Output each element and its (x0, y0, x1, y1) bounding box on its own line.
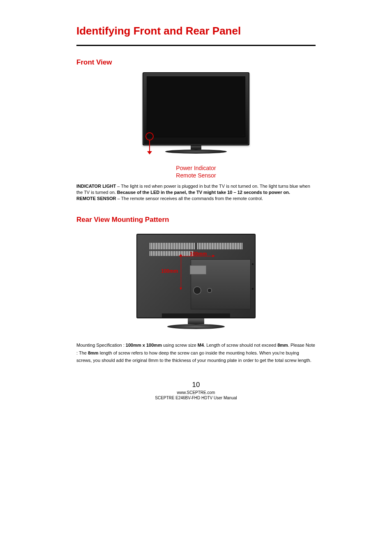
front-view-figure: Power Indicator Remote Sensor (76, 72, 316, 179)
rear-port-dot (252, 288, 254, 290)
footer-url: www.SCEPTRE.com (76, 390, 316, 395)
section-rear-view-title: Rear View Mounting Pattern (76, 216, 316, 224)
callout-remote-sensor: Remote Sensor (143, 172, 249, 179)
tv-stand-base (165, 150, 227, 154)
page-number: 10 (76, 381, 316, 389)
title-divider (76, 45, 316, 46)
vent-group-left (150, 243, 195, 249)
vesa-vertical-label: 100mm (161, 268, 178, 274)
rear-port-dot (252, 263, 254, 265)
tv-screen (147, 76, 245, 137)
page-title: Identifying Front and Rear Panel (76, 25, 316, 37)
callout-arrow-line (149, 140, 150, 152)
rear-view-figure: 100mm 100mm (76, 230, 316, 337)
tv-stand-neck (191, 145, 201, 150)
spec-mid2: . Length of screw should not exceed (204, 343, 277, 348)
callout-labels: Power Indicator Remote Sensor (143, 164, 249, 179)
remote-sensor-label: REMOTE SENSOR (76, 196, 116, 201)
indicator-description: INDICATOR LIGHT – The light is red when … (76, 183, 316, 202)
mounting-hole (208, 289, 211, 292)
page-footer: 10 www.SCEPTRE.com SCEPTRE E246BV-FHD HD… (76, 381, 316, 401)
power-indicator-callout-circle (145, 132, 154, 140)
rear-stand-neck (188, 318, 204, 324)
mounting-hole (194, 287, 201, 294)
rear-label-plate (190, 265, 206, 274)
tv-front-bezel (143, 72, 249, 145)
spec-pre: Mounting Specification : (76, 343, 126, 348)
remote-sensor-text: – The remote sensor receives all the com… (116, 196, 263, 201)
callout-arrow-head (147, 151, 152, 154)
spec-dimensions: 100mm x 100mm (126, 343, 162, 348)
vent-group-right (197, 243, 242, 249)
rear-bottom-notch (162, 313, 230, 318)
mounting-specification-text: Mounting Specification : 100mm x 100mm u… (76, 341, 316, 364)
spec-screw-length-2: 8mm (88, 350, 99, 355)
tv-rear-body: 100mm 100mm (136, 234, 256, 318)
section-front-view-title: Front View (76, 58, 316, 67)
spec-mid1: using screw size (162, 343, 198, 348)
spec-screw-size: M4 (198, 343, 204, 348)
rear-stand-base (167, 324, 225, 329)
callout-power-indicator: Power Indicator (143, 164, 249, 172)
vesa-horizontal-label: 100mm (190, 251, 207, 257)
footer-product: SCEPTRE E246BV-FHD HDTV User Manual (76, 395, 316, 401)
spec-post: length of screw refers to how deep the s… (76, 350, 311, 363)
spec-screw-length-1: 8mm (277, 343, 288, 348)
indicator-light-label: INDICATOR LIGHT (76, 184, 116, 189)
vent-row-top (150, 243, 242, 252)
indicator-light-bold: Because of the LED in the panel, the TV … (117, 190, 290, 195)
vent-row-bottom (150, 251, 193, 256)
vesa-vertical-dimension-line (181, 256, 181, 288)
